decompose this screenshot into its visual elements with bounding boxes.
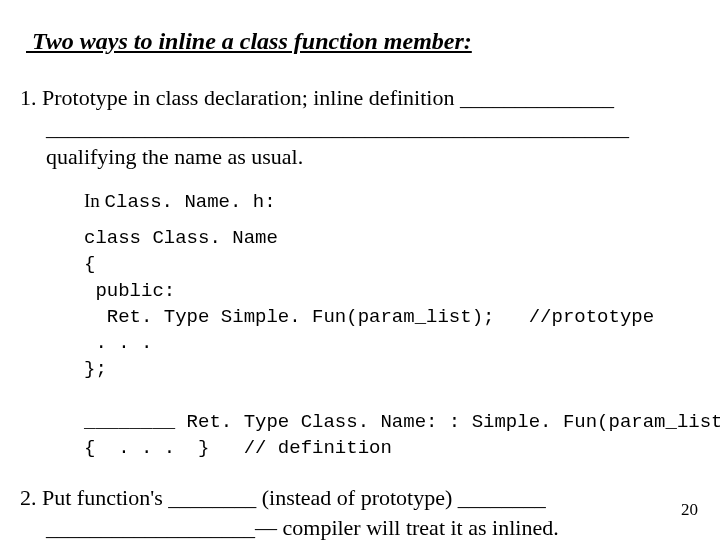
slide-page: Two ways to inline a class function memb…: [0, 0, 720, 540]
code-line-9: { . . . } // definition: [84, 437, 392, 459]
para1-line3: qualifying the name as usual.: [46, 142, 696, 172]
code-line-3: public:: [84, 280, 175, 302]
code-line-6: };: [84, 358, 107, 380]
code-header-prefix: In: [84, 190, 105, 211]
code-header-filename: Class. Name. h:: [105, 191, 276, 213]
slide-heading: Two ways to inline a class function memb…: [26, 28, 696, 55]
para2-line1: 2. Put function's ________ (instead of p…: [20, 485, 546, 510]
para1-line2: ________________________________________…: [46, 113, 696, 143]
page-number: 20: [681, 500, 698, 520]
code-line-1: class Class. Name: [84, 227, 278, 249]
code-line-4: Ret. Type Simple. Fun(param_list); //pro…: [84, 306, 654, 328]
code-line-8: ________ Ret. Type Class. Name: : Simple…: [84, 411, 720, 433]
paragraph-1: 1. Prototype in class declaration; inlin…: [20, 83, 696, 172]
code-line-2: {: [84, 253, 95, 275]
para1-line1: 1. Prototype in class declaration; inlin…: [20, 85, 614, 110]
para2-line2: ___________________— compiler will treat…: [46, 513, 696, 540]
code-block: class Class. Name { public: Ret. Type Si…: [84, 225, 696, 461]
code-line-5: . . .: [84, 332, 152, 354]
code-header: In Class. Name. h:: [84, 190, 696, 213]
paragraph-2: 2. Put function's ________ (instead of p…: [20, 483, 696, 540]
